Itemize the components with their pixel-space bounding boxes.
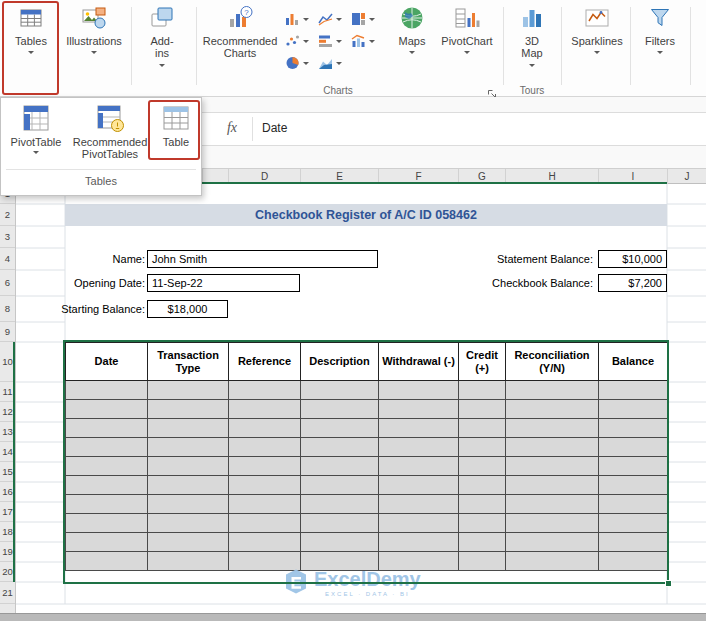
table-empty-cell[interactable] bbox=[599, 514, 668, 533]
table-empty-cell[interactable] bbox=[379, 400, 459, 419]
row-header-8[interactable]: 8 bbox=[0, 296, 15, 322]
table-empty-cell[interactable] bbox=[301, 533, 379, 552]
table-empty-cell[interactable] bbox=[599, 476, 668, 495]
formula-bar-value[interactable]: Date bbox=[262, 121, 287, 135]
opening-date-cell[interactable]: 11-Sep-22 bbox=[147, 274, 300, 292]
table-empty-cell[interactable] bbox=[148, 552, 229, 571]
table-empty-cell[interactable] bbox=[148, 400, 229, 419]
menu-item-recommended-pivottables[interactable]: Recommended PivotTables bbox=[67, 103, 153, 161]
table-empty-cell[interactable] bbox=[506, 495, 599, 514]
name-value-cell[interactable]: John Smith bbox=[147, 250, 378, 268]
insert-line-chart-button[interactable] bbox=[318, 9, 342, 29]
table-empty-cell[interactable] bbox=[379, 476, 459, 495]
insert-scatter-chart-button[interactable] bbox=[285, 31, 309, 51]
pivotchart-button[interactable]: PivotChart bbox=[438, 5, 496, 54]
table-empty-cell[interactable] bbox=[229, 381, 301, 400]
table-empty-cell[interactable] bbox=[506, 552, 599, 571]
table-empty-cell[interactable] bbox=[599, 533, 668, 552]
three-d-map-button[interactable]: 3D Map bbox=[510, 5, 554, 67]
table-empty-cell[interactable] bbox=[229, 495, 301, 514]
table-empty-cell[interactable] bbox=[459, 419, 506, 438]
table-empty-cell[interactable] bbox=[599, 457, 668, 476]
table-empty-cell[interactable] bbox=[379, 381, 459, 400]
table-empty-cell[interactable] bbox=[379, 495, 459, 514]
insert-bar-chart-button[interactable] bbox=[318, 31, 342, 51]
table-empty-cell[interactable] bbox=[506, 419, 599, 438]
row-header-3[interactable]: 3 bbox=[0, 226, 15, 248]
table-empty-cell[interactable] bbox=[148, 495, 229, 514]
table-empty-cell[interactable] bbox=[301, 400, 379, 419]
table-empty-cell[interactable] bbox=[66, 533, 148, 552]
table-empty-cell[interactable] bbox=[506, 400, 599, 419]
menu-item-pivottable[interactable]: PivotTable bbox=[7, 103, 65, 154]
table-empty-cell[interactable] bbox=[148, 457, 229, 476]
filters-button[interactable]: Filters bbox=[637, 5, 683, 54]
table-empty-cell[interactable] bbox=[506, 457, 599, 476]
insert-column-chart-button[interactable] bbox=[285, 9, 309, 29]
name-label[interactable]: Name: bbox=[56, 250, 145, 268]
table-empty-cell[interactable] bbox=[379, 552, 459, 571]
opening-date-label[interactable]: Opening Date: bbox=[56, 274, 145, 292]
table-empty-cell[interactable] bbox=[459, 476, 506, 495]
table-empty-cell[interactable] bbox=[229, 476, 301, 495]
table-empty-cell[interactable] bbox=[459, 438, 506, 457]
table-empty-cell[interactable] bbox=[459, 514, 506, 533]
table-empty-cell[interactable] bbox=[599, 495, 668, 514]
table-header-cell[interactable]: Balance bbox=[599, 343, 668, 381]
table-empty-cell[interactable] bbox=[148, 381, 229, 400]
illustrations-button[interactable]: Illustrations bbox=[63, 5, 125, 54]
table-empty-cell[interactable] bbox=[229, 552, 301, 571]
table-header-cell[interactable]: Date bbox=[66, 343, 148, 381]
table-empty-cell[interactable] bbox=[148, 476, 229, 495]
table-empty-cell[interactable] bbox=[599, 438, 668, 457]
column-header-J[interactable]: J bbox=[667, 169, 706, 184]
table-empty-cell[interactable] bbox=[66, 476, 148, 495]
table-empty-cell[interactable] bbox=[301, 552, 379, 571]
table-empty-cell[interactable] bbox=[599, 400, 668, 419]
table-empty-cell[interactable] bbox=[66, 400, 148, 419]
row-header-4[interactable]: 4 bbox=[0, 248, 15, 270]
table-empty-cell[interactable] bbox=[506, 514, 599, 533]
add-ins-button[interactable]: Add-ins bbox=[138, 5, 186, 67]
selection-fill-handle[interactable] bbox=[665, 580, 672, 587]
table-empty-cell[interactable] bbox=[229, 533, 301, 552]
table-empty-cell[interactable] bbox=[459, 552, 506, 571]
formula-bar[interactable]: fx Date bbox=[202, 112, 706, 146]
insert-pie-chart-button[interactable] bbox=[285, 53, 309, 73]
sparklines-button[interactable]: Sparklines bbox=[569, 5, 625, 54]
table-empty-cell[interactable] bbox=[229, 400, 301, 419]
statement-balance-cell[interactable]: $10,000 bbox=[598, 250, 667, 268]
table-empty-cell[interactable] bbox=[229, 419, 301, 438]
table-empty-cell[interactable] bbox=[66, 495, 148, 514]
table-empty-cell[interactable] bbox=[599, 419, 668, 438]
insert-combo-chart-button[interactable] bbox=[351, 31, 375, 51]
table-empty-cell[interactable] bbox=[599, 381, 668, 400]
tables-button[interactable]: Tables bbox=[7, 5, 55, 54]
table-empty-cell[interactable] bbox=[379, 457, 459, 476]
table-empty-cell[interactable] bbox=[148, 533, 229, 552]
table-empty-cell[interactable] bbox=[229, 438, 301, 457]
checkbook-balance-cell[interactable]: $7,200 bbox=[598, 274, 667, 292]
row-header-6[interactable]: 6 bbox=[0, 270, 15, 296]
row-header-21[interactable]: 21 bbox=[0, 582, 15, 604]
row-header-2[interactable]: 2 bbox=[0, 204, 15, 226]
table-empty-cell[interactable] bbox=[459, 495, 506, 514]
table-empty-cell[interactable] bbox=[148, 438, 229, 457]
table-empty-cell[interactable] bbox=[506, 381, 599, 400]
insert-hierarchy-chart-button[interactable] bbox=[351, 9, 375, 29]
table-empty-cell[interactable] bbox=[301, 514, 379, 533]
table-empty-cell[interactable] bbox=[599, 552, 668, 571]
table-empty-cell[interactable] bbox=[148, 514, 229, 533]
table-empty-cell[interactable] bbox=[506, 533, 599, 552]
row-header-9[interactable]: 9 bbox=[0, 322, 15, 342]
table-empty-cell[interactable] bbox=[66, 514, 148, 533]
table-empty-cell[interactable] bbox=[301, 438, 379, 457]
table-empty-cell[interactable] bbox=[229, 514, 301, 533]
starting-balance-cell[interactable]: $18,000 bbox=[147, 300, 228, 318]
starting-balance-label[interactable]: Starting Balance: bbox=[40, 300, 145, 318]
table-empty-cell[interactable] bbox=[301, 495, 379, 514]
table-header-cell[interactable]: Withdrawal (-) bbox=[379, 343, 459, 381]
table-empty-cell[interactable] bbox=[229, 457, 301, 476]
table-empty-cell[interactable] bbox=[301, 457, 379, 476]
recommended-charts-button[interactable]: ? Recommended Charts bbox=[203, 5, 277, 60]
